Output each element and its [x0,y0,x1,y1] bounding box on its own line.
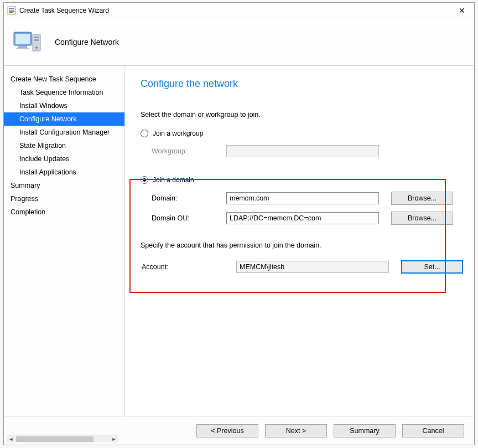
title-bar: Create Task Sequence Wizard ✕ [4,3,474,18]
domain-radio-row[interactable]: Join a domain [141,176,463,184]
sidebar-item-3[interactable]: Configure Network [4,112,124,126]
wizard-body: Create New Task SequenceTask Sequence In… [4,66,474,416]
svg-point-12 [35,47,38,49]
workgroup-input [226,145,379,157]
page-title: Configure the network [141,78,463,90]
workgroup-radio-label: Join a workgroup [153,130,203,137]
domain-radio-label: Join a domain [153,176,194,184]
svg-rect-6 [15,34,30,44]
domain-ou-label: Domain OU: [141,214,226,222]
svg-rect-2 [9,10,14,11]
set-account-button[interactable]: Set... [401,260,463,274]
cancel-button[interactable]: Cancel [402,424,464,437]
svg-rect-7 [18,45,27,48]
wizard-header: Configure Network [4,18,474,66]
radio-unchecked-icon[interactable] [141,130,148,137]
sidebar-item-1[interactable]: Task Sequence Information [4,86,124,99]
account-input [236,261,389,273]
wizard-sidebar: Create New Task SequenceTask Sequence In… [4,66,125,416]
wizard-window: Create Task Sequence Wizard ✕ Configure … [3,2,475,445]
header-title: Configure Network [55,38,119,47]
previous-button[interactable]: < Previous [196,424,258,437]
sidebar-item-6[interactable]: Include Updates [4,152,124,166]
sidebar-item-7[interactable]: Install Applications [4,166,124,179]
workgroup-label: Workgroup: [141,147,226,155]
account-instruction: Specify the account that has permission … [141,241,463,249]
workgroup-radio-row[interactable]: Join a workgroup [141,130,463,137]
account-label: Account: [141,263,236,271]
svg-rect-10 [34,37,39,38]
sidebar-item-8[interactable]: Summary [4,179,124,192]
svg-rect-11 [34,39,39,41]
summary-button[interactable]: Summary [334,424,396,437]
svg-rect-3 [9,11,14,12]
svg-rect-1 [9,8,14,9]
app-icon [7,6,16,15]
sidebar-item-4[interactable]: Install Configuration Manager [4,126,124,139]
domain-ou-input[interactable] [226,212,379,224]
domain-label: Domain: [141,194,226,202]
window-title: Create Task Sequence Wizard [19,7,453,14]
sidebar-item-2[interactable]: Install Windows [4,99,124,112]
sidebar-item-10[interactable]: Completion [4,205,124,219]
svg-rect-4 [9,12,13,13]
wizard-main: Configure the network Select the domain … [125,66,474,416]
computer-icon [13,29,44,55]
instruction-text: Select the domain or workgroup to join. [141,111,463,119]
radio-checked-icon[interactable] [141,176,148,184]
domain-input[interactable] [226,192,379,204]
domain-browse-button[interactable]: Browse... [391,192,453,205]
sidebar-item-9[interactable]: Progress [4,192,124,205]
ou-browse-button[interactable]: Browse... [391,212,453,225]
sidebar-item-0[interactable]: Create New Task Sequence [4,73,124,86]
next-button[interactable]: Next > [265,424,327,437]
close-icon[interactable]: ✕ [453,4,471,17]
sidebar-item-5[interactable]: State Migration [4,139,124,152]
svg-rect-8 [16,48,29,49]
